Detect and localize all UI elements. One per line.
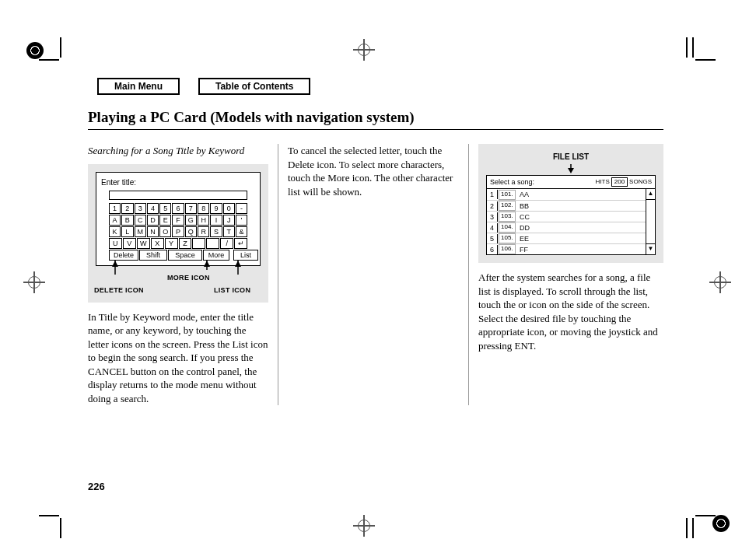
- registration-sun-icon: [26, 42, 44, 59]
- section-subhead: Searching for a Song Title by Keyword: [88, 144, 268, 158]
- arrow-icon: [234, 261, 242, 278]
- more-icon-label: MORE ICON: [167, 273, 210, 282]
- key-J[interactable]: J: [223, 215, 235, 226]
- key--[interactable]: -: [236, 203, 247, 214]
- arrow-icon: [111, 261, 119, 278]
- list-item[interactable]: 1101.AA: [487, 189, 646, 200]
- crop-mark-icon: [686, 518, 688, 538]
- key-K[interactable]: K: [109, 226, 121, 237]
- key-N[interactable]: N: [147, 226, 159, 237]
- key-5[interactable]: 5: [159, 203, 171, 214]
- key-S[interactable]: S: [210, 226, 222, 237]
- scroll-up-button[interactable]: ▲: [646, 189, 655, 200]
- key-M[interactable]: M: [135, 226, 146, 237]
- key-A[interactable]: A: [109, 215, 121, 226]
- list-item[interactable]: 6106.FF: [487, 243, 646, 254]
- key-F[interactable]: F: [172, 215, 184, 226]
- key-Y[interactable]: Y: [165, 238, 178, 249]
- key-0[interactable]: 0: [223, 203, 235, 214]
- key-R[interactable]: R: [198, 226, 209, 237]
- key-7[interactable]: 7: [185, 203, 197, 214]
- row-number: 105.: [499, 233, 516, 243]
- row-index: 2: [487, 201, 498, 211]
- songs-label: SONGS: [629, 178, 652, 187]
- space-key[interactable]: Space: [168, 250, 202, 261]
- row-number: 106.: [499, 244, 516, 254]
- key-↵[interactable]: ↵: [234, 238, 247, 249]
- key-V[interactable]: V: [123, 238, 136, 249]
- crop-mark-icon: [60, 37, 61, 58]
- row-name: DD: [516, 223, 530, 233]
- key-'[interactable]: ': [236, 215, 247, 226]
- key-blank[interactable]: [206, 238, 219, 249]
- key-blank[interactable]: [192, 238, 205, 249]
- keyboard-figure: Enter title: 1234567890- ABCDEFGHIJ' KLM…: [88, 164, 268, 303]
- svg-marker-7: [568, 168, 574, 173]
- key-E[interactable]: E: [159, 215, 171, 226]
- key-H[interactable]: H: [198, 215, 209, 226]
- delete-key[interactable]: Delete: [109, 250, 138, 261]
- key-O[interactable]: O: [159, 226, 171, 237]
- crop-mark-icon: [60, 518, 61, 538]
- key-6[interactable]: 6: [172, 203, 184, 214]
- key-I[interactable]: I: [210, 215, 222, 226]
- list-item[interactable]: 3103.CC: [487, 211, 646, 222]
- title-input[interactable]: [109, 191, 247, 200]
- key-P[interactable]: P: [172, 226, 184, 237]
- row-index: 3: [487, 212, 498, 222]
- key-&[interactable]: &: [236, 226, 247, 237]
- row-number: 104.: [499, 222, 516, 233]
- hits-label: HITS: [596, 178, 610, 187]
- list-key[interactable]: List: [233, 250, 258, 261]
- toc-button[interactable]: Table of Contents: [198, 78, 310, 95]
- key-2[interactable]: 2: [121, 203, 133, 214]
- key-X[interactable]: X: [151, 238, 164, 249]
- key-8[interactable]: 8: [198, 203, 209, 214]
- body-text: After the system searches for a song, a …: [478, 271, 663, 352]
- key-C[interactable]: C: [135, 215, 146, 226]
- scroll-down-button[interactable]: ▼: [646, 243, 655, 254]
- svg-marker-1: [112, 261, 118, 267]
- select-song-label: Select a song:: [490, 177, 596, 187]
- arrow-icon: [203, 261, 211, 271]
- file-list: 1101.AA2102.BB3103.CC4104.DD5105.EE6106.…: [487, 189, 646, 254]
- svg-marker-5: [235, 261, 241, 267]
- key-9[interactable]: 9: [210, 203, 222, 214]
- key-W[interactable]: W: [137, 238, 150, 249]
- row-number: 103.: [499, 212, 516, 222]
- nav-tabs: Main Menu Table of Contents: [97, 78, 663, 95]
- crop-mark-icon: [39, 59, 59, 61]
- key-G[interactable]: G: [185, 215, 197, 226]
- key-B[interactable]: B: [121, 215, 133, 226]
- file-list-title: FILE LIST: [486, 152, 656, 163]
- more-key[interactable]: More: [203, 250, 229, 261]
- key-D[interactable]: D: [147, 215, 159, 226]
- crop-mark-icon: [695, 59, 716, 61]
- key-/[interactable]: /: [220, 238, 233, 249]
- shift-key[interactable]: Shift: [139, 250, 167, 261]
- keyboard-panel: Enter title: 1234567890- ABCDEFGHIJ' KLM…: [96, 172, 261, 267]
- crop-mark-icon: [686, 37, 688, 58]
- crop-mark-icon: [692, 37, 694, 58]
- main-menu-button[interactable]: Main Menu: [97, 78, 180, 95]
- list-item[interactable]: 2102.BB: [487, 200, 646, 211]
- key-T[interactable]: T: [223, 226, 235, 237]
- list-item[interactable]: 5105.EE: [487, 233, 646, 243]
- key-3[interactable]: 3: [135, 203, 146, 214]
- row-index: 5: [487, 234, 498, 243]
- key-4[interactable]: 4: [147, 203, 159, 214]
- svg-marker-3: [204, 261, 210, 267]
- registration-mark-icon: [353, 515, 375, 537]
- filelist-figure: FILE LIST Select a song: HITS 200 SONGS …: [478, 144, 663, 263]
- key-L[interactable]: L: [121, 226, 133, 237]
- page-number: 226: [88, 481, 105, 492]
- key-1[interactable]: 1: [109, 203, 121, 214]
- scroll-track[interactable]: [646, 200, 655, 243]
- list-item[interactable]: 4104.DD: [487, 222, 646, 233]
- hits-count: 200: [611, 177, 628, 187]
- key-Q[interactable]: Q: [185, 226, 197, 237]
- key-U[interactable]: U: [109, 238, 122, 249]
- key-Z[interactable]: Z: [179, 238, 192, 249]
- row-name: BB: [516, 201, 529, 211]
- row-name: AA: [516, 190, 529, 199]
